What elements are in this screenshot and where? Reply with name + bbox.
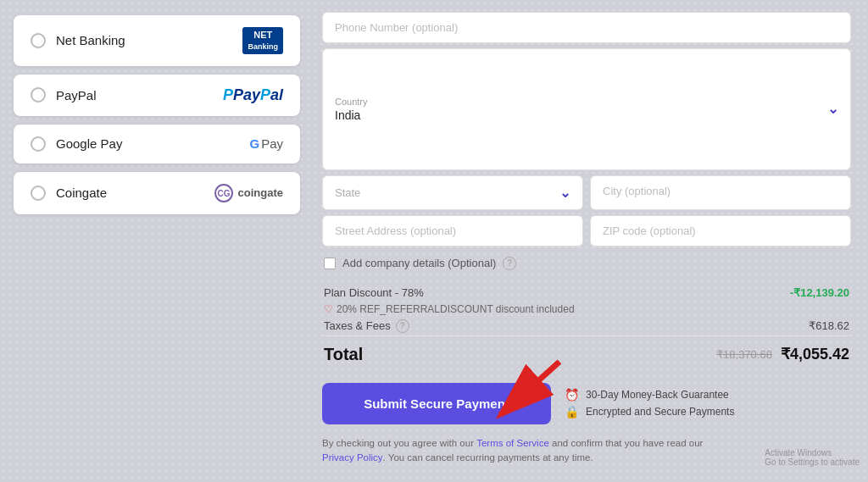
taxes-value: ₹618.62 xyxy=(809,319,849,332)
state-field[interactable]: State ⌄ xyxy=(322,175,583,210)
state-dropdown-arrow[interactable]: ⌄ xyxy=(559,185,570,201)
radio-net-banking[interactable] xyxy=(31,33,46,48)
company-label: Add company details (Optional) xyxy=(342,257,496,269)
city-placeholder: City (optional) xyxy=(603,185,670,197)
pricing-section: Plan Discount - 78% -₹12,139.20 ♡ 20% RE… xyxy=(322,280,851,378)
activate-title: Activate Windows xyxy=(765,448,860,457)
privacy-policy-link[interactable]: Privacy Policy xyxy=(322,452,383,463)
guarantee-info: ⏰ 30-Day Money-Back Guarantee 🔒 Encrypte… xyxy=(565,388,734,418)
net-banking-label: Net Banking xyxy=(56,33,125,47)
coingate-icon: CG xyxy=(214,184,233,202)
clock-icon: ⏰ xyxy=(565,388,579,402)
activate-windows-watermark: Activate Windows Go to Settings to activ… xyxy=(765,448,860,467)
lock-icon: 🔒 xyxy=(565,405,579,418)
paypal-logo: PPayPal xyxy=(223,86,283,104)
country-field[interactable]: Country India ⌄ xyxy=(322,48,851,170)
payment-options-panel: Net Banking NETBanking PayPal PPayPal Go… xyxy=(0,8,314,474)
terms-of-service-link[interactable]: Terms of Service xyxy=(476,438,549,448)
zip-field[interactable]: ZIP code (optional) xyxy=(590,215,851,247)
state-city-row: State ⌄ City (optional) xyxy=(322,175,851,210)
total-final-price: ₹4,055.42 xyxy=(781,345,849,363)
google-pay-option[interactable]: Google Pay G Pay xyxy=(14,125,300,163)
phone-field[interactable]: Phone Number (optional) xyxy=(322,12,851,43)
money-back-guarantee: ⏰ 30-Day Money-Back Guarantee xyxy=(565,388,734,402)
coingate-label: Coingate xyxy=(56,186,107,200)
coingate-option[interactable]: Coingate CG coingate xyxy=(14,172,300,214)
company-checkbox[interactable] xyxy=(324,258,336,269)
city-field[interactable]: City (optional) xyxy=(590,175,851,210)
secure-payment-guarantee: 🔒 Encrypted and Secure Payments xyxy=(565,405,734,418)
state-placeholder: State xyxy=(335,186,360,199)
submit-section: Submit Secure Payment ⏰ 30-Day Money-Bac… xyxy=(322,383,851,424)
coingate-logo: CG coingate xyxy=(214,184,283,202)
checkout-form-panel: Phone Number (optional) Country India ⌄ … xyxy=(314,8,868,474)
plan-discount-row: Plan Discount - 78% -₹12,139.20 xyxy=(324,284,849,302)
referral-text: 20% REF_REFERRALDISCOUNT discount includ… xyxy=(337,303,575,315)
activate-sub: Go to Settings to activate xyxy=(765,457,860,467)
terms-text-3: . You can cancel recurring payments at a… xyxy=(383,452,593,463)
total-row: Total ₹18,370.68 ₹4,055.42 xyxy=(324,341,849,368)
net-banking-logo: NETBanking xyxy=(242,27,283,54)
phone-placeholder: Phone Number (optional) xyxy=(335,21,458,34)
total-original-price: ₹18,370.68 xyxy=(716,348,772,361)
paypal-option[interactable]: PayPal PPayPal xyxy=(14,75,300,116)
radio-paypal[interactable] xyxy=(31,87,46,102)
svg-text:CG: CG xyxy=(217,189,230,198)
company-help-icon[interactable]: ? xyxy=(503,257,516,270)
heart-icon: ♡ xyxy=(324,303,333,315)
plan-discount-value: -₹12,139.20 xyxy=(790,286,849,299)
submit-payment-button[interactable]: Submit Secure Payment xyxy=(322,383,551,424)
secure-payment-text: Encrypted and Secure Payments xyxy=(586,406,734,418)
paypal-label: PayPal xyxy=(56,88,97,102)
taxes-row: Taxes & Fees ? ₹618.62 xyxy=(324,317,849,336)
plan-discount-label: Plan Discount - 78% xyxy=(324,286,424,299)
total-label: Total xyxy=(324,345,363,364)
country-dropdown-arrow[interactable]: ⌄ xyxy=(827,101,838,117)
taxes-help-icon[interactable]: ? xyxy=(396,319,409,333)
zip-placeholder: ZIP code (optional) xyxy=(603,224,696,237)
address-placeholder: Street Address (optional) xyxy=(335,224,456,237)
google-pay-label: Google Pay xyxy=(56,136,122,151)
taxes-label-text: Taxes & Fees xyxy=(324,319,391,332)
country-value: India xyxy=(335,108,360,122)
referral-row: ♡ 20% REF_REFERRALDISCOUNT discount incl… xyxy=(324,302,849,317)
radio-google-pay[interactable] xyxy=(31,136,46,152)
terms-text-2: and confirm that you have read our xyxy=(549,438,704,448)
address-zip-row: Street Address (optional) ZIP code (opti… xyxy=(322,215,851,247)
gpay-logo: G Pay xyxy=(249,136,283,151)
address-field[interactable]: Street Address (optional) xyxy=(322,215,583,247)
money-back-text: 30-Day Money-Back Guarantee xyxy=(586,389,729,401)
terms-text-1: By checking out you agree with our xyxy=(322,438,476,448)
country-label: Country xyxy=(335,97,368,107)
radio-coingate[interactable] xyxy=(31,186,46,201)
company-row: Add company details (Optional) ? xyxy=(322,252,851,275)
net-banking-option[interactable]: Net Banking NETBanking xyxy=(14,15,300,66)
